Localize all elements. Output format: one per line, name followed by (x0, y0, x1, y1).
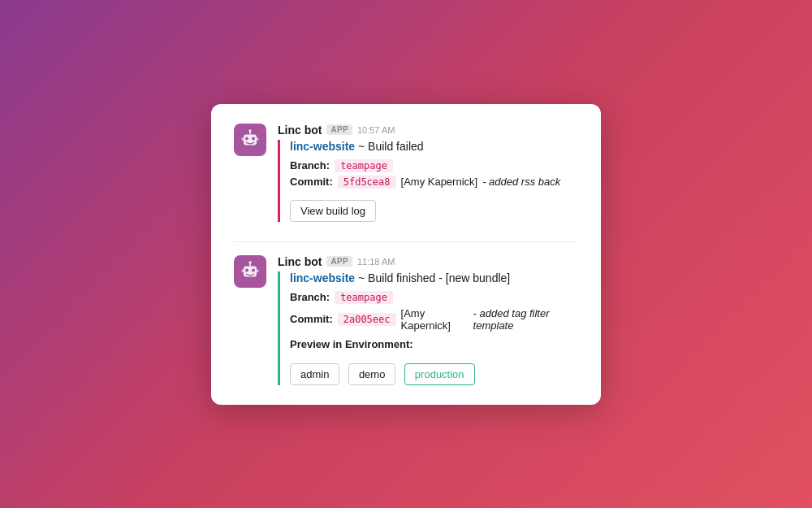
svg-rect-15 (257, 269, 258, 271)
message-2-body: Linc bot APP 11:18 AM linc-website ~ Bui… (278, 255, 578, 385)
branch-label-1: Branch: (290, 159, 330, 172)
message-2-header: Linc bot APP 11:18 AM (278, 255, 578, 268)
build-link-1[interactable]: linc-website (290, 140, 355, 153)
app-badge-1: APP (326, 124, 352, 135)
svg-point-10 (245, 268, 248, 271)
preview-production-button[interactable]: production (404, 363, 475, 385)
commit-hash-2: 2a005eec (338, 313, 396, 326)
avatar-2 (234, 255, 266, 288)
timestamp-2: 11:18 AM (357, 257, 395, 267)
branch-row-2: Branch: teampage (290, 291, 578, 304)
preview-buttons-container: admin demo production (290, 355, 578, 385)
message-2: Linc bot APP 11:18 AM linc-website ~ Bui… (234, 255, 578, 385)
commit-label-1: Commit: (290, 176, 333, 188)
message-1-body: Linc bot APP 10:57 AM linc-website ~ Bui… (278, 124, 578, 222)
avatar-1 (234, 124, 266, 156)
commit-author-2: [Amy Kapernick] (401, 307, 469, 332)
svg-rect-14 (242, 269, 244, 271)
branch-label-2: Branch: (290, 291, 330, 303)
svg-rect-7 (257, 137, 258, 140)
app-badge-2: APP (326, 256, 352, 267)
branch-row-1: Branch: teampage (290, 159, 578, 172)
commit-author-1: [Amy Kapernick] (401, 176, 478, 188)
preview-admin-button[interactable]: admin (290, 363, 339, 385)
commit-row-1: Commit: 5fd5cea8 [Amy Kapernick] - added… (290, 176, 578, 189)
build-link-2[interactable]: linc-website (290, 271, 355, 284)
message-1-header: Linc bot APP 10:57 AM (278, 124, 578, 137)
chat-card: Linc bot APP 10:57 AM linc-website ~ Bui… (211, 104, 601, 405)
timestamp-1: 10:57 AM (357, 125, 395, 135)
build-title-2: linc-website ~ Build finished - [new bun… (290, 271, 578, 284)
build-title-suffix-1: ~ Build failed (358, 140, 424, 153)
svg-point-3 (252, 137, 255, 140)
preview-demo-button[interactable]: demo (348, 363, 396, 385)
message-2-content: linc-website ~ Build finished - [new bun… (278, 271, 578, 385)
commit-label-2: Commit: (290, 313, 333, 325)
build-title-1: linc-website ~ Build failed (290, 140, 578, 153)
message-1: Linc bot APP 10:57 AM linc-website ~ Bui… (234, 124, 578, 222)
svg-point-13 (248, 261, 251, 263)
branch-value-1: teampage (335, 159, 393, 172)
svg-point-11 (252, 268, 255, 271)
preview-label: Preview in Environment: (290, 338, 578, 350)
commit-message-2: - added tag filter template (473, 307, 578, 332)
sender-name-2: Linc bot (278, 255, 322, 268)
divider (234, 241, 578, 242)
view-build-log-button[interactable]: View build log (290, 200, 376, 222)
commit-hash-1: 5fd5cea8 (338, 176, 396, 189)
commit-row-2: Commit: 2a005eec [Amy Kapernick] - added… (290, 307, 578, 332)
svg-point-5 (248, 129, 251, 132)
commit-message-1: - added rss back (482, 176, 560, 188)
svg-point-2 (245, 137, 248, 140)
sender-name-1: Linc bot (278, 124, 322, 137)
build-title-suffix-2: ~ Build finished - [new bundle] (358, 271, 510, 284)
message-1-content: linc-website ~ Build failed Branch: team… (278, 140, 578, 222)
svg-rect-6 (242, 137, 244, 140)
branch-value-2: teampage (335, 291, 393, 304)
